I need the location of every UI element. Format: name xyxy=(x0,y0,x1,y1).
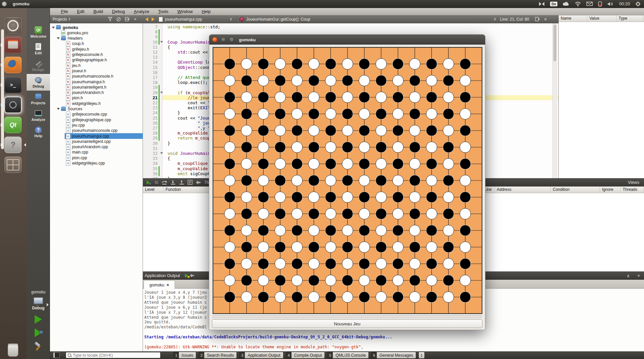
stone-white[interactable] xyxy=(359,109,370,120)
tree-item-grillejeugraphique-cpp[interactable]: cgrillejeugraphique.cpp xyxy=(50,117,143,123)
stone-white[interactable] xyxy=(224,75,235,86)
tree-item-gomoku-pro[interactable]: Qtgomoku.pro xyxy=(50,30,143,36)
stone-white[interactable] xyxy=(460,75,471,86)
volume-icon[interactable] xyxy=(607,2,614,6)
tree-item-main-cpp[interactable]: cmain.cpp xyxy=(50,150,143,155)
mode-edit[interactable]: Edit xyxy=(27,41,50,57)
stone-white[interactable] xyxy=(443,292,454,303)
stone-black[interactable] xyxy=(409,275,420,286)
stone-white[interactable] xyxy=(376,192,387,203)
breakpoints-header-threads[interactable]: Threads xyxy=(621,186,644,193)
stone-white[interactable] xyxy=(342,59,353,70)
stone-white[interactable] xyxy=(392,75,403,86)
dash-home-icon[interactable] xyxy=(4,17,22,34)
stone-black[interactable] xyxy=(292,125,303,136)
stone-black[interactable] xyxy=(325,125,336,136)
stone-white[interactable] xyxy=(359,75,370,86)
stone-black[interactable] xyxy=(426,258,437,269)
open-file-combo[interactable]: joueurhumaingui.cpp xyxy=(165,17,202,22)
stone-black[interactable] xyxy=(292,159,303,170)
stone-white[interactable] xyxy=(443,258,454,269)
tree-item-joueurIArandom-cpp[interactable]: cjoueurIArandom.cpp xyxy=(50,144,143,150)
build-button[interactable] xyxy=(34,342,43,351)
stone-white[interactable] xyxy=(258,109,269,120)
stone-white[interactable] xyxy=(359,275,370,286)
menu-window[interactable]: Window xyxy=(177,9,193,14)
stone-white[interactable] xyxy=(460,275,471,286)
step-into-icon[interactable] xyxy=(170,180,176,185)
pane-button-compile-output[interactable]: 4Compile Output xyxy=(286,352,325,359)
run-button[interactable] xyxy=(35,315,42,324)
file-combo-arrows[interactable]: ▲▼ xyxy=(229,15,233,23)
close-pane-icon[interactable]: × xyxy=(637,273,640,278)
stone-black[interactable] xyxy=(460,292,471,303)
stone-black[interactable] xyxy=(342,275,353,286)
stone-black[interactable] xyxy=(426,159,437,170)
clock[interactable]: 00:20 xyxy=(619,1,630,6)
pane-switcher-arrows[interactable]: ▲▼ xyxy=(418,352,425,359)
stone-white[interactable] xyxy=(342,258,353,269)
stone-white[interactable] xyxy=(460,242,471,253)
stone-white[interactable] xyxy=(426,109,437,120)
trash-icon[interactable] xyxy=(4,342,22,359)
archive-safe-icon[interactable] xyxy=(4,97,22,113)
stone-white[interactable] xyxy=(359,175,370,186)
debug-stop-icon[interactable] xyxy=(154,180,159,184)
stone-black[interactable] xyxy=(376,142,387,153)
symbol-combo[interactable]: JoueurHumainGui::getCoup(): Coup xyxy=(235,15,310,23)
stone-black[interactable] xyxy=(376,175,387,186)
stone-black[interactable] xyxy=(275,109,286,120)
stone-white[interactable] xyxy=(258,242,269,253)
stone-white[interactable] xyxy=(224,275,235,286)
debug-run-button[interactable] xyxy=(35,328,42,337)
stone-white[interactable] xyxy=(258,175,269,186)
stone-black[interactable] xyxy=(224,92,235,103)
stone-black[interactable] xyxy=(443,75,454,86)
tree-item-grillejeuconsole-h[interactable]: hgrillejeuconsole.h xyxy=(50,52,143,58)
locals-header-type[interactable]: Type xyxy=(617,15,643,22)
stone-white[interactable] xyxy=(241,92,252,103)
board-scrollbar[interactable] xyxy=(213,315,482,318)
pane-button-issues[interactable]: 1Issues xyxy=(173,352,196,359)
stone-white[interactable] xyxy=(241,125,252,136)
stone-white[interactable] xyxy=(258,275,269,286)
stone-black[interactable] xyxy=(392,159,403,170)
stone-black[interactable] xyxy=(258,92,269,103)
stone-white[interactable] xyxy=(258,142,269,153)
tree-item-grillejeu-h[interactable]: hgrillejeu.h xyxy=(50,46,143,52)
tree-item-joueur-h[interactable]: hjoueur.h xyxy=(50,68,143,74)
stone-white[interactable] xyxy=(376,125,387,136)
stone-black[interactable] xyxy=(325,59,336,70)
stone-black[interactable] xyxy=(258,125,269,136)
tree-item-joueurhumainconsole-cpp[interactable]: cjoueurhumainconsole.cpp xyxy=(50,128,143,134)
stone-black[interactable] xyxy=(241,175,252,186)
stone-black[interactable] xyxy=(392,59,403,70)
locator-input[interactable] xyxy=(72,353,154,358)
stone-white[interactable] xyxy=(426,142,437,153)
stone-white[interactable] xyxy=(443,159,454,170)
stone-black[interactable] xyxy=(224,125,235,136)
stone-black[interactable] xyxy=(325,258,336,269)
file-manager-icon[interactable] xyxy=(4,37,22,53)
stone-white[interactable] xyxy=(460,142,471,153)
stack-header-level[interactable]: Level xyxy=(143,186,164,193)
stone-black[interactable] xyxy=(426,92,437,103)
stone-white[interactable] xyxy=(241,59,252,70)
stone-white[interactable] xyxy=(409,125,420,136)
stone-white[interactable] xyxy=(241,159,252,170)
stone-black[interactable] xyxy=(409,109,420,120)
locator-field[interactable] xyxy=(66,352,161,358)
stone-white[interactable] xyxy=(342,159,353,170)
stone-black[interactable] xyxy=(258,159,269,170)
stone-black[interactable] xyxy=(460,225,471,236)
menu-tools[interactable]: Tools xyxy=(158,9,168,14)
stone-black[interactable] xyxy=(309,142,320,153)
stone-white[interactable] xyxy=(392,208,403,219)
stone-white[interactable] xyxy=(376,225,387,236)
stone-black[interactable] xyxy=(376,275,387,286)
stone-white[interactable] xyxy=(342,225,353,236)
mode-projects[interactable]: Projects xyxy=(27,91,50,107)
tree-item-joueurhumainconsole-h[interactable]: hjoueurhumainconsole.h xyxy=(50,74,143,79)
stone-black[interactable] xyxy=(309,242,320,253)
expander-icon[interactable] xyxy=(52,27,55,29)
